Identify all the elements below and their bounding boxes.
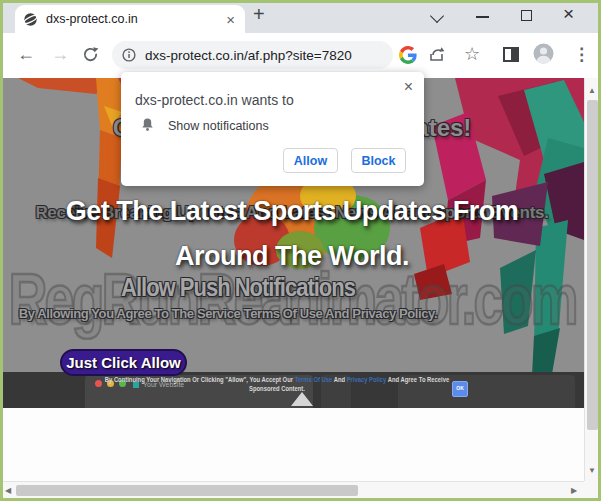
horizontal-scrollbar[interactable]: ◀ ▶ xyxy=(0,481,584,501)
tab-strip: dxs-protect.co.in × + × xyxy=(0,0,601,33)
bell-icon xyxy=(140,117,155,135)
site-info-icon[interactable] xyxy=(122,48,136,62)
notification-caret-icon xyxy=(291,392,313,406)
allow-button[interactable]: Allow xyxy=(283,148,338,173)
just-click-allow-button[interactable]: Just Click Allow xyxy=(60,349,187,376)
footer-text-post: And Agree To Receive xyxy=(386,376,449,383)
push-notifications-heading: Allow Push Notifications xyxy=(0,272,476,303)
bookmark-star-icon[interactable]: ☆ xyxy=(464,43,480,65)
site-favicon-globe-icon xyxy=(23,12,38,27)
reload-icon[interactable] xyxy=(82,46,99,66)
side-panel-icon[interactable] xyxy=(503,47,519,62)
minimize-button[interactable] xyxy=(476,16,489,18)
main-headline-line1: Get The Latest Sports Updates From xyxy=(0,196,584,227)
window-close-button[interactable]: × xyxy=(563,3,574,25)
footer-strip: Your Website By Continuing Your Navigati… xyxy=(0,372,584,408)
scroll-up-arrow[interactable]: ▲ xyxy=(588,86,596,95)
browser-tab[interactable]: dxs-protect.co.in × xyxy=(15,5,245,33)
terms-agreement-line: By Allowing You Agree To The Service Ter… xyxy=(0,306,456,321)
footer-fine-print: By Continuing Your Navigation Or Clickin… xyxy=(79,375,475,393)
page-white-section xyxy=(0,408,584,481)
cta-label: Just Click Allow xyxy=(66,354,180,371)
horizontal-scroll-thumb[interactable] xyxy=(16,485,358,496)
scroll-down-arrow[interactable]: ▼ xyxy=(588,466,596,475)
scroll-left-arrow[interactable]: ◀ xyxy=(5,486,11,495)
block-button[interactable]: Block xyxy=(351,148,406,173)
dialog-close-icon[interactable]: × xyxy=(404,78,413,96)
address-bar[interactable]: dxs-protect.co.in/af.php?site=7820 xyxy=(112,41,393,69)
browser-menu-icon[interactable]: ⋮ xyxy=(573,44,590,65)
new-tab-button[interactable]: + xyxy=(253,3,265,26)
maximize-button[interactable] xyxy=(521,10,532,21)
notification-permission-dialog: × dxs-protect.co.in wants to Show notifi… xyxy=(121,72,424,186)
browser-window: dxs-protect.co.in × + × ← → dx xyxy=(0,0,601,501)
main-headline-line2: Around The World. xyxy=(0,241,584,272)
tab-search-chevron-icon[interactable] xyxy=(430,9,444,23)
terms-of-use-link[interactable]: Terms Of Use xyxy=(295,376,333,383)
permission-label: Show notifications xyxy=(168,119,269,133)
tab-close-icon[interactable]: × xyxy=(222,12,239,27)
google-g-icon[interactable] xyxy=(399,46,417,68)
tab-title: dxs-protect.co.in xyxy=(46,12,222,26)
forward-button[interactable]: → xyxy=(51,45,69,63)
back-button[interactable]: ← xyxy=(17,45,35,63)
vertical-scroll-thumb[interactable] xyxy=(587,100,598,430)
footer-text-mid: And xyxy=(332,376,346,383)
url-text[interactable]: dxs-protect.co.in/af.php?site=7820 xyxy=(145,48,352,63)
scrollbar-corner xyxy=(584,481,601,501)
dialog-title: dxs-protect.co.in wants to xyxy=(135,92,294,108)
scroll-right-arrow[interactable]: ▶ xyxy=(571,486,577,495)
share-icon[interactable] xyxy=(428,46,445,67)
footer-text-pre: By Continuing Your Navigation Or Clickin… xyxy=(105,376,295,383)
profile-avatar[interactable] xyxy=(533,43,554,68)
ok-button[interactable]: OK xyxy=(452,381,468,397)
privacy-policy-link[interactable]: Privacy Policy xyxy=(347,376,387,383)
vertical-scrollbar[interactable]: ▲ ▼ xyxy=(584,78,601,481)
footer-sponsored-text: Sponsored Content. xyxy=(249,385,305,392)
